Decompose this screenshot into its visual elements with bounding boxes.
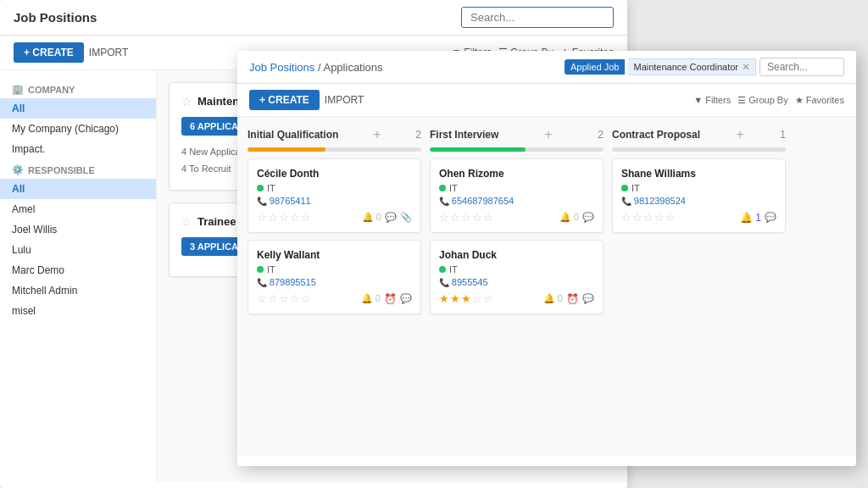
star-3[interactable]: ☆ xyxy=(643,211,654,224)
kanban-favorites-button[interactable]: ★ Favorites xyxy=(795,95,844,106)
col-add-icon[interactable]: + xyxy=(736,127,743,142)
sidebar-item-joel[interactable]: Joel Willis xyxy=(0,219,156,240)
col-add-icon[interactable]: + xyxy=(544,127,552,142)
sidebar-item-company-impact[interactable]: Impact. xyxy=(0,139,156,159)
import-button[interactable]: IMPORT xyxy=(89,47,128,58)
star-3[interactable]: ★ xyxy=(461,292,471,305)
rating-stars[interactable]: ☆ ☆ ☆ ☆ ☆ xyxy=(257,292,311,305)
activity-icon: 🔔 1 xyxy=(740,212,761,224)
card-action-icons: 🔔 0 ⏰ 💬 xyxy=(543,293,594,305)
sidebar-item-company-all[interactable]: All xyxy=(0,98,156,119)
kanban-col-initial: Initial Qualification + 2 Cécile Donth I… xyxy=(248,127,421,446)
tag-dot xyxy=(439,266,446,273)
star-3[interactable]: ☆ xyxy=(279,292,289,305)
kanban-import-button[interactable]: IMPORT xyxy=(325,94,364,106)
card-phone: 8955545 xyxy=(439,277,594,287)
favorite-star-icon[interactable]: ☆ xyxy=(181,215,192,229)
rating-stars[interactable]: ☆ ☆ ☆ ☆ ☆ xyxy=(257,211,311,224)
message-icon: 💬 xyxy=(400,293,412,304)
card-tag: IT xyxy=(257,264,412,274)
tag-label: IT xyxy=(449,264,458,274)
activity-count: 🔔 0 xyxy=(362,212,381,223)
kanban-card-shane: Shane Williams IT 9812398524 ☆ ☆ ☆ ☆ ☆ xyxy=(612,158,786,233)
create-button[interactable]: CREATE xyxy=(14,42,84,63)
sidebar-item-mitchell[interactable]: Mitchell Admin xyxy=(0,280,156,301)
kanban-filters-button[interactable]: ▼ Filters xyxy=(693,95,731,106)
applied-job-label: Applied Job xyxy=(565,59,626,75)
fg-toolbar: CREATE IMPORT ▼ Filters ☰ Group By ★ Fav… xyxy=(237,84,856,117)
star-3[interactable]: ☆ xyxy=(279,211,289,224)
star-3[interactable]: ☆ xyxy=(461,211,471,224)
message-icon: 💬 xyxy=(582,293,594,304)
kanban-search-input[interactable] xyxy=(760,58,844,76)
sidebar-item-responsible-all[interactable]: All xyxy=(0,179,156,199)
star-4[interactable]: ☆ xyxy=(472,292,482,305)
applied-job-value: Maintenance Coordinator ✕ xyxy=(628,58,756,75)
star-4[interactable]: ☆ xyxy=(290,211,300,224)
card-name: Cécile Donth xyxy=(257,168,412,180)
star-4[interactable]: ☆ xyxy=(472,211,482,224)
col-progress-contract xyxy=(612,147,786,152)
activity-count: 🔔 0 xyxy=(559,212,579,223)
col-header-initial: Initial Qualification + 2 xyxy=(248,127,421,142)
rating-stars[interactable]: ☆ ☆ ☆ ☆ ☆ xyxy=(621,211,676,224)
kanban-card-ohen: Ohen Rizome IT 654687987654 ☆ ☆ ☆ ☆ ☆ � xyxy=(430,158,604,233)
star-5[interactable]: ☆ xyxy=(665,211,676,224)
progress-fill xyxy=(248,147,326,152)
search-input[interactable] xyxy=(461,7,614,28)
card-action-icons: 🔔 1 💬 xyxy=(740,212,776,224)
star-4[interactable]: ☆ xyxy=(654,211,665,224)
card-tag: IT xyxy=(257,183,412,193)
star-5[interactable]: ☆ xyxy=(301,292,311,305)
star-2[interactable]: ★ xyxy=(450,292,460,305)
col-title: First Interview xyxy=(430,129,498,141)
remove-filter-icon[interactable]: ✕ xyxy=(742,61,750,73)
rating-stars[interactable]: ☆ ☆ ☆ ☆ ☆ xyxy=(439,211,493,224)
card-name: Ohen Rizome xyxy=(439,168,594,180)
kanban-create-button[interactable]: CREATE xyxy=(249,90,320,110)
sidebar: 🏢 COMPANY All My Company (Chicago) Impac… xyxy=(0,70,157,482)
star-2[interactable]: ☆ xyxy=(268,211,278,224)
attachment-count: 📎 xyxy=(400,212,412,223)
card-phone: 98765411 xyxy=(257,196,412,206)
star-2[interactable]: ☆ xyxy=(268,292,278,305)
star-2[interactable]: ☆ xyxy=(450,211,460,224)
card-phone: 879895515 xyxy=(257,277,412,287)
favorite-star-icon[interactable]: ☆ xyxy=(181,95,192,108)
card-action-icons: 🔔 0 💬 xyxy=(559,212,594,223)
col-add-icon[interactable]: + xyxy=(373,127,381,142)
message-icon: 💬 xyxy=(582,212,594,223)
col-progress-interview xyxy=(430,147,604,152)
sidebar-item-lulu[interactable]: Lulu xyxy=(0,240,156,260)
sidebar-item-amel[interactable]: Amel xyxy=(0,199,156,219)
kanban-col-first-interview: First Interview + 2 Ohen Rizome IT 65468… xyxy=(430,127,604,446)
star-1[interactable]: ☆ xyxy=(257,292,267,305)
breadcrumb: Job Positions / Applications xyxy=(249,61,383,74)
sidebar-item-misel[interactable]: misel xyxy=(0,301,156,321)
star-5[interactable]: ☆ xyxy=(301,211,311,224)
fg-topbar: Job Positions / Applications Applied Job… xyxy=(237,51,856,84)
card-phone: 654687987654 xyxy=(439,196,594,206)
card-footer: ☆ ☆ ☆ ☆ ☆ 🔔 0 💬 xyxy=(439,211,594,224)
star-1[interactable]: ☆ xyxy=(621,211,632,224)
breadcrumb-parent[interactable]: Job Positions xyxy=(249,61,314,74)
sidebar-item-marc[interactable]: Marc Demo xyxy=(0,260,156,280)
sidebar-item-company-chicago[interactable]: My Company (Chicago) xyxy=(0,119,156,139)
star-5[interactable]: ☆ xyxy=(483,292,493,305)
star-5[interactable]: ☆ xyxy=(483,211,493,224)
schedule-icon: ⏰ xyxy=(566,293,579,305)
rating-stars[interactable]: ★ ★ ★ ☆ ☆ xyxy=(439,292,493,305)
star-1[interactable]: ☆ xyxy=(439,211,449,224)
star-2[interactable]: ☆ xyxy=(632,211,643,224)
kanban-groupby-button[interactable]: ☰ Group By xyxy=(737,95,788,106)
kanban-card-kelly: Kelly Wallant IT 879895515 ☆ ☆ ☆ ☆ ☆ 🔔 xyxy=(248,240,421,314)
responsible-icon: ⚙️ xyxy=(12,164,24,175)
page-title: Job Positions xyxy=(14,10,454,25)
tag-label: IT xyxy=(267,264,275,274)
tag-dot xyxy=(257,266,264,273)
tag-dot xyxy=(621,185,628,191)
star-1[interactable]: ★ xyxy=(439,292,449,305)
star-1[interactable]: ☆ xyxy=(257,211,267,224)
card-footer: ☆ ☆ ☆ ☆ ☆ 🔔 0 💬 📎 xyxy=(257,211,412,224)
star-4[interactable]: ☆ xyxy=(290,292,300,305)
